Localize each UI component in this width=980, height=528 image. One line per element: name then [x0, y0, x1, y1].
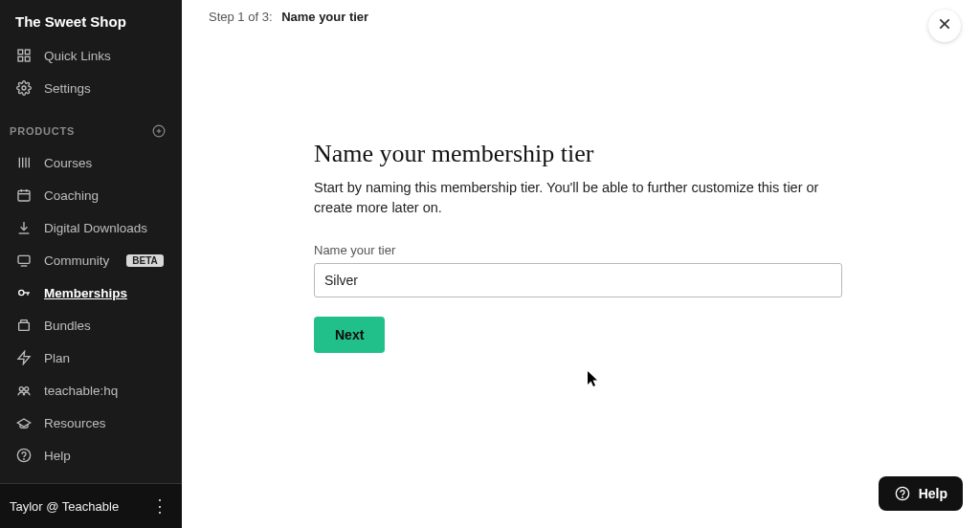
- svg-rect-2: [18, 56, 23, 61]
- footer-user: Taylor @ Teachable: [10, 499, 119, 514]
- community-icon: [15, 252, 33, 269]
- gear-icon: [15, 79, 33, 97]
- add-product-button[interactable]: [151, 123, 167, 139]
- nav-label: Help: [44, 449, 71, 463]
- wizard-content: Name your membership tier Start by namin…: [314, 140, 850, 353]
- svg-point-4: [22, 86, 26, 90]
- svg-rect-16: [18, 255, 30, 263]
- svg-point-24: [24, 459, 25, 460]
- help-icon: [15, 447, 33, 464]
- svg-rect-3: [25, 56, 30, 61]
- nav-community[interactable]: Community BETA: [0, 244, 182, 276]
- download-icon: [15, 219, 33, 236]
- footer-menu-button[interactable]: ⋮: [145, 495, 174, 517]
- nav-digital-downloads[interactable]: Digital Downloads: [0, 211, 182, 244]
- help-widget[interactable]: Help: [879, 476, 963, 511]
- nav-label: Settings: [44, 81, 91, 96]
- sidebar-footer: Taylor @ Teachable ⋮: [0, 483, 182, 528]
- resources-icon: [15, 414, 33, 431]
- svg-rect-19: [21, 320, 28, 323]
- nav-label: Quick Links: [44, 49, 111, 63]
- nav-bundles[interactable]: Bundles: [0, 309, 182, 341]
- brand-title: The Sweet Shop: [0, 0, 182, 39]
- grid-icon: [15, 47, 33, 64]
- step-bar: Step 1 of 3: Name your tier: [182, 0, 980, 34]
- nav-quick-links[interactable]: Quick Links: [0, 39, 182, 72]
- beta-badge: BETA: [126, 254, 163, 267]
- main-panel: Step 1 of 3: Name your tier Name your me…: [182, 0, 980, 528]
- svg-point-28: [902, 497, 902, 498]
- tier-name-label: Name your tier: [314, 243, 850, 257]
- nav-label: Memberships: [44, 286, 127, 300]
- sidebar: The Sweet Shop Quick Links Settings PROD…: [0, 0, 182, 528]
- sidebar-scroll[interactable]: Quick Links Settings PRODUCTS Courses Co…: [0, 39, 182, 483]
- svg-rect-18: [19, 322, 30, 330]
- nav-label: Courses: [44, 156, 92, 170]
- nav-label: Coaching: [44, 188, 99, 203]
- bundles-icon: [15, 317, 33, 334]
- nav-coaching[interactable]: Coaching: [0, 179, 182, 211]
- next-button[interactable]: Next: [314, 317, 385, 353]
- cursor-icon: [588, 371, 599, 389]
- courses-icon: [15, 154, 33, 171]
- nav-label: Community: [44, 253, 109, 268]
- nav-memberships[interactable]: Memberships: [0, 276, 182, 309]
- svg-point-17: [19, 290, 24, 295]
- help-widget-label: Help: [919, 486, 947, 501]
- products-section-header: PRODUCTS: [0, 104, 182, 146]
- svg-marker-20: [18, 351, 30, 363]
- nav-label: teachable:hq: [44, 384, 118, 398]
- nav-courses[interactable]: Courses: [0, 146, 182, 179]
- wizard-heading: Name your membership tier: [314, 140, 850, 168]
- nav-label: Plan: [44, 351, 70, 365]
- hq-icon: [15, 382, 33, 399]
- nav-label: Digital Downloads: [44, 221, 147, 235]
- close-button[interactable]: [928, 10, 961, 42]
- products-header-label: PRODUCTS: [10, 125, 75, 137]
- wizard-description: Start by naming this membership tier. Yo…: [314, 178, 850, 218]
- svg-rect-1: [25, 50, 30, 55]
- svg-rect-0: [18, 50, 23, 55]
- key-icon: [15, 284, 33, 301]
- svg-point-22: [25, 387, 29, 391]
- help-question-icon: [894, 485, 911, 502]
- nav-teachable-hq[interactable]: teachable:hq: [0, 374, 182, 407]
- nav-plan[interactable]: Plan: [0, 341, 182, 374]
- step-title: Name your tier: [281, 10, 368, 24]
- nav-label: Bundles: [44, 319, 91, 333]
- nav-settings[interactable]: Settings: [0, 72, 182, 104]
- close-icon: [937, 16, 952, 36]
- nav-help[interactable]: Help: [0, 439, 182, 472]
- tier-name-input[interactable]: [314, 263, 842, 297]
- nav-label: Resources: [44, 416, 106, 430]
- nav-resources[interactable]: Resources: [0, 407, 182, 439]
- svg-point-21: [19, 387, 23, 391]
- svg-rect-12: [18, 190, 30, 201]
- plan-icon: [15, 349, 33, 366]
- step-progress: Step 1 of 3:: [209, 10, 273, 24]
- calendar-icon: [15, 187, 33, 204]
